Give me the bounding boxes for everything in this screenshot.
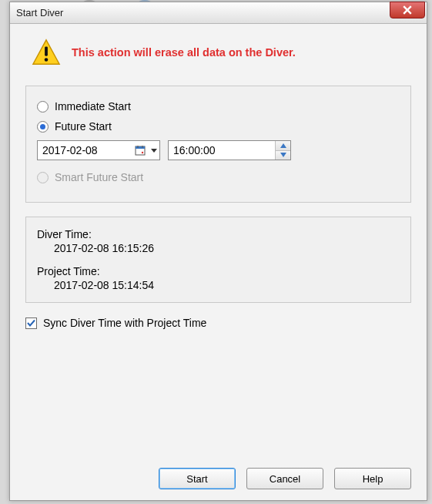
radio-icon <box>37 172 49 183</box>
check-icon <box>27 319 35 328</box>
warning-row: This action will erase all data on the D… <box>32 38 411 67</box>
radio-label: Smart Future Start <box>55 171 143 183</box>
radio-future-start[interactable]: Future Start <box>37 120 400 133</box>
start-options-panel: Immediate Start Future Start 2017-02-08 <box>25 86 411 203</box>
spinner-down[interactable] <box>276 151 290 160</box>
titlebar: Start Diver <box>10 2 427 24</box>
time-spinner <box>275 141 290 160</box>
window-title: Start Diver <box>16 7 390 18</box>
diver-time-label: Diver Time: <box>37 228 400 240</box>
dialog-content: This action will erase all data on the D… <box>10 24 427 468</box>
sync-checkbox[interactable] <box>25 318 37 329</box>
time-value: 16:00:00 <box>169 144 275 156</box>
time-picker[interactable]: 16:00:00 <box>168 140 291 160</box>
sync-checkbox-row[interactable]: Sync Diver Time with Project Time <box>25 317 411 329</box>
radio-label: Future Start <box>55 120 112 133</box>
spinner-up[interactable] <box>276 141 290 151</box>
cancel-button[interactable]: Cancel <box>246 468 323 489</box>
radio-icon <box>37 121 49 133</box>
sync-label: Sync Diver Time with Project Time <box>43 317 206 329</box>
radio-icon <box>37 101 49 113</box>
svg-rect-3 <box>136 146 145 149</box>
close-icon <box>403 5 412 15</box>
radio-label: Immediate Start <box>55 100 131 113</box>
svg-point-1 <box>45 58 49 62</box>
help-button[interactable]: Help <box>334 468 411 489</box>
dialog-window: Start Diver This action will erase all d… <box>9 2 427 501</box>
datetime-row: 2017-02-08 16:00:00 <box>37 140 400 160</box>
svg-rect-0 <box>45 46 48 55</box>
warning-icon <box>32 38 61 67</box>
calendar-icon[interactable] <box>132 141 149 160</box>
start-button[interactable]: Start <box>159 468 236 489</box>
diver-time-value: 2017-02-08 16:15:26 <box>54 242 400 254</box>
radio-smart-future-start: Smart Future Start <box>37 171 400 183</box>
date-value: 2017-02-08 <box>38 144 132 156</box>
close-button[interactable] <box>390 2 425 18</box>
dropdown-icon[interactable] <box>149 141 159 160</box>
svg-point-6 <box>142 152 143 153</box>
project-time-value: 2017-02-08 15:14:54 <box>54 279 400 291</box>
project-time-label: Project Time: <box>37 265 400 277</box>
radio-immediate-start[interactable]: Immediate Start <box>37 100 400 113</box>
times-panel: Diver Time: 2017-02-08 16:15:26 Project … <box>25 217 411 303</box>
date-picker[interactable]: 2017-02-08 <box>37 140 160 160</box>
warning-text: This action will erase all data on the D… <box>72 46 296 59</box>
button-row: Start Cancel Help <box>10 468 427 500</box>
